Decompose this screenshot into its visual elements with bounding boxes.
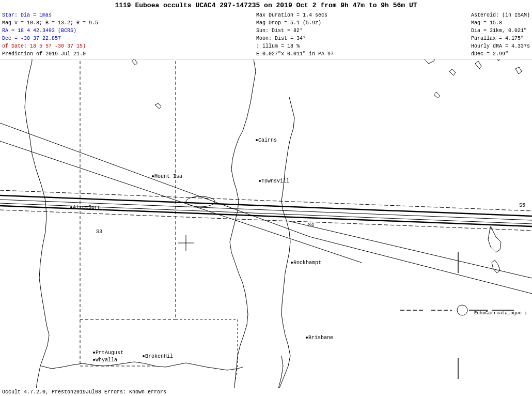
asteroid-mag: Mag = 15.8 <box>471 20 502 26</box>
dec-info: Dec = -30 37 22.857 <box>2 36 61 41</box>
townsville-dot <box>259 180 261 182</box>
whyalla-label: Whyalla <box>96 357 117 363</box>
alice-springs-label: AliceSprn <box>73 205 101 210</box>
mag-info: Mag V = 10.8; B = 13.2; R = 9.5 <box>2 20 98 26</box>
s4-label: S4 <box>308 222 314 228</box>
mag-drop: Mag Drop = 5.1 (5.9z) <box>256 20 321 26</box>
coastline-cape-york <box>230 45 256 396</box>
island-3 <box>475 61 481 69</box>
map-area: Cairns Townsvill Mount Isa AliceSprn Roc… <box>0 45 532 396</box>
whyalla-dot <box>93 359 95 361</box>
sa-nsw-border <box>80 319 155 366</box>
sun-dist: Sun: Dist = 82° <box>256 28 303 34</box>
asteroid-dia: Dia = 31km, 0.021" <box>471 28 527 34</box>
footer-text: Occult 4.7.2.0, Preston2019Jul08 Errors:… <box>2 389 166 395</box>
broken-hill-dot <box>143 355 145 357</box>
brisbane-label: Brisbane <box>308 335 333 341</box>
mount-isa-label: Mount Isa <box>154 174 182 179</box>
mount-isa-dot <box>152 175 154 177</box>
island-far-right-1 <box>488 226 501 252</box>
trajectory-right-upper <box>289 221 532 278</box>
coastline-qld-east <box>276 97 294 396</box>
ra-blue: RA = 18 4 42.3493 (BCRS) <box>2 28 76 34</box>
s5-label: S5 <box>519 203 525 208</box>
cairns-label: Cairns <box>258 138 277 143</box>
dec-blue: Dec = -30 37 22.857 <box>2 36 61 41</box>
alice-springs-dot <box>70 206 72 208</box>
island-2 <box>449 69 456 75</box>
rockhampton-dot <box>291 262 293 264</box>
coastline-wa <box>25 45 49 396</box>
echo-label: EchoGarrcatalogue i <box>474 311 527 316</box>
info-row: Star: Dia = 1mas Mag V = 10.8; B = 13.2;… <box>2 11 530 58</box>
island-small-2 <box>132 59 137 65</box>
footer-bar: Occult 4.7.2.0, Preston2019Jul08 Errors:… <box>0 388 532 396</box>
max-duration: Max Duration = 1.4 secs <box>256 12 327 18</box>
ofdate-red: of Date: 18 5 57 -30 37 15) <box>2 43 86 49</box>
main-container: 1119 Euboea occults UCAC4 297-147235 on … <box>0 0 532 396</box>
star-label: Star: Dia = 1mas <box>2 12 52 18</box>
island-5 <box>515 67 522 74</box>
left-info: Star: Dia = 1mas Mag V = 10.8; B = 13.2;… <box>2 11 98 58</box>
townsville-label: Townsvill <box>261 178 289 184</box>
s3-label: S3 <box>96 229 102 235</box>
map-svg: Cairns Townsvill Mount Isa AliceSprn Roc… <box>0 45 532 396</box>
legend-circle <box>457 305 467 315</box>
ddec: dDec = 2.99" <box>471 51 508 57</box>
ra-info: RA = 18 4 42.3493 (BCRS) <box>2 28 76 34</box>
ofdate-info: of Date: 18 5 57 -30 37 15) <box>2 43 86 49</box>
dotted-path-1 <box>176 319 238 382</box>
hourly-dra: Hourly dRA = 4.337s <box>471 43 530 49</box>
moon-dist: Moon: Dist = 34° <box>256 36 306 41</box>
title-bar: 1119 Euboea occults UCAC4 297-147235 on … <box>2 1 530 10</box>
port-augusta-label: PrtAugust <box>96 350 123 356</box>
center-info: Max Duration = 1.4 secs Mag Drop = 5.1 (… <box>256 11 334 58</box>
rockhampton-label: Rockhampt <box>293 260 321 266</box>
port-augusta-dot <box>93 352 95 354</box>
brisbane-dot <box>306 337 308 339</box>
broken-hill-label: BrokenHil <box>145 354 173 359</box>
island-small-1 <box>155 103 161 109</box>
star-label-blue: Star: Dia = 1mas <box>2 12 52 18</box>
cairns-dot <box>256 139 258 141</box>
header-section: 1119 Euboea occults UCAC4 297-147235 on … <box>0 0 532 59</box>
asteroid-label: Asteroid: (in ISAM) <box>471 12 530 18</box>
right-info: Asteroid: (in ISAM) Mag = 15.8 Dia = 31k… <box>471 11 530 58</box>
prediction-info: Prediction of 2019 Jul 21.0 <box>2 51 86 57</box>
island-far-right-2 <box>492 260 500 273</box>
parallax: Parallax = 4.175" <box>471 36 524 41</box>
island-right-1 <box>434 92 440 98</box>
illum: : illum = 18 % <box>256 43 300 49</box>
error-ellipse: E 0.027"x 0.011" in PA 97 <box>256 51 334 57</box>
